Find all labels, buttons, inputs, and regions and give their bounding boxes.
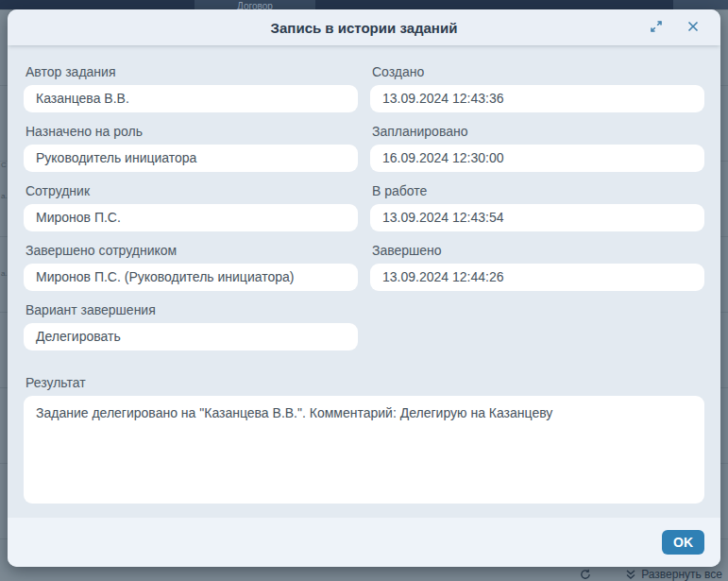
field-author-input[interactable]: Казанцева В.В. <box>24 85 358 112</box>
dialog-title: Запись в истории заданий <box>271 20 458 36</box>
field-label-role: Назначено на роль <box>25 124 356 139</box>
right-column: Создано 13.09.2024 12:43:36 Запланирован… <box>370 53 704 350</box>
field-label-in-progress: В работе <box>372 183 703 198</box>
background-tab-dogovor: Договор <box>195 0 315 9</box>
field-label-author: Автор задания <box>25 64 356 79</box>
refresh-icon <box>580 569 591 580</box>
fullscreen-expand-icon <box>649 19 664 37</box>
dialog-footer: OK <box>8 517 720 567</box>
background-text-fragment: а. <box>1 269 8 278</box>
left-column: Автор задания Казанцева В.В. Назначено н… <box>24 53 358 350</box>
double-chevron-down-icon <box>625 569 636 580</box>
dialog-header: Запись в истории заданий <box>8 9 720 45</box>
field-scheduled-input[interactable]: 16.09.2024 12:30:00 <box>370 145 704 172</box>
field-created-input[interactable]: 13.09.2024 12:43:36 <box>370 85 704 112</box>
fullscreen-button[interactable] <box>647 17 666 39</box>
field-label-completed-by: Завершено сотрудником <box>25 243 356 258</box>
field-employee-input[interactable]: Миронов П.С. <box>24 204 358 231</box>
dialog-header-actions <box>647 9 702 45</box>
background-topbar-block <box>673 0 728 9</box>
field-columns: Автор задания Казанцева В.В. Назначено н… <box>24 53 704 350</box>
dialog-body: Автор задания Казанцева В.В. Назначено н… <box>8 45 720 517</box>
expand-all-label: Развернуть все <box>641 568 722 581</box>
background-left-strip: С а. а. <box>0 9 8 567</box>
field-in-progress-input[interactable]: 13.09.2024 12:43:54 <box>370 204 704 231</box>
field-completed-input[interactable]: 13.09.2024 12:44:26 <box>370 264 704 291</box>
field-label-employee: Сотрудник <box>25 183 356 198</box>
background-bottombar: Развернуть все <box>0 567 728 581</box>
close-button[interactable] <box>685 18 702 38</box>
ok-button[interactable]: OK <box>662 530 704 555</box>
task-history-dialog: Запись в истории заданий <box>8 9 720 567</box>
field-label-completion-option: Вариант завершения <box>25 302 356 317</box>
background-topbar: Договор <box>0 0 728 9</box>
screen: Договор С а. а. Развернуть все Запись в … <box>0 0 728 581</box>
field-completion-option-input[interactable]: Делегировать <box>24 323 358 350</box>
field-label-result: Результат <box>25 375 703 390</box>
field-label-scheduled: Запланировано <box>372 124 703 139</box>
field-label-completed: Завершено <box>372 243 703 258</box>
field-completed-by-input[interactable]: Миронов П.С. (Руководитель инициатора) <box>24 264 358 291</box>
field-role-input[interactable]: Руководитель инициатора <box>24 145 358 172</box>
background-text-fragment: С <box>1 161 7 169</box>
background-tab-label: Договор <box>237 1 273 9</box>
close-icon <box>686 20 700 36</box>
result-textarea[interactable]: Задание делегировано на "Казанцева В.В."… <box>24 396 704 504</box>
field-label-created: Создано <box>372 64 703 79</box>
background-text-fragment: а. <box>1 192 8 200</box>
